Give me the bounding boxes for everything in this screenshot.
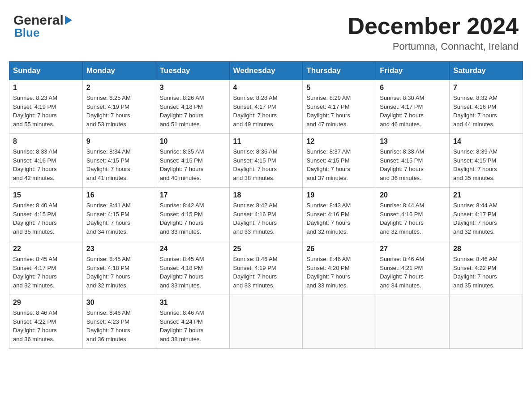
day-number: 22 [13,245,79,253]
calendar-cell: 23Sunrise: 8:45 AMSunset: 4:18 PMDayligh… [82,241,156,295]
weekday-header-sunday: Sunday [9,62,83,80]
day-info: Sunrise: 8:46 AMSunset: 4:22 PMDaylight:… [453,255,519,290]
calendar-cell: 13Sunrise: 8:38 AMSunset: 4:15 PMDayligh… [376,134,450,188]
day-info: Sunrise: 8:46 AMSunset: 4:21 PMDaylight:… [380,255,446,290]
week-row-4: 22Sunrise: 8:45 AMSunset: 4:17 PMDayligh… [9,241,523,295]
calendar-cell: 11Sunrise: 8:36 AMSunset: 4:15 PMDayligh… [229,134,303,188]
day-number: 2 [86,84,152,92]
day-number: 8 [13,137,79,146]
calendar-cell: 19Sunrise: 8:43 AMSunset: 4:16 PMDayligh… [303,188,376,241]
day-number: 13 [380,137,446,146]
weekday-header-row: SundayMondayTuesdayWednesdayThursdayFrid… [9,62,523,80]
calendar-cell: 16Sunrise: 8:41 AMSunset: 4:15 PMDayligh… [82,188,156,241]
day-info: Sunrise: 8:39 AMSunset: 4:15 PMDaylight:… [453,147,519,182]
calendar-cell: 24Sunrise: 8:45 AMSunset: 4:18 PMDayligh… [156,241,229,295]
calendar-table: SundayMondayTuesdayWednesdayThursdayFrid… [9,61,523,349]
calendar-cell: 4Sunrise: 8:28 AMSunset: 4:17 PMDaylight… [229,80,303,134]
day-info: Sunrise: 8:46 AMSunset: 4:23 PMDaylight:… [86,308,152,343]
day-number: 7 [453,84,519,92]
week-row-5: 29Sunrise: 8:46 AMSunset: 4:22 PMDayligh… [9,295,523,349]
calendar-cell: 29Sunrise: 8:46 AMSunset: 4:22 PMDayligh… [9,295,83,349]
day-number: 1 [13,84,79,92]
weekday-header-wednesday: Wednesday [229,62,303,80]
calendar-cell [303,295,376,349]
day-info: Sunrise: 8:42 AMSunset: 4:15 PMDaylight:… [160,201,226,236]
day-number: 6 [380,84,446,92]
day-info: Sunrise: 8:37 AMSunset: 4:15 PMDaylight:… [306,147,372,182]
day-info: Sunrise: 8:29 AMSunset: 4:17 PMDaylight:… [306,94,372,128]
weekday-header-thursday: Thursday [303,62,376,80]
month-title: December 2024 [348,13,519,39]
weekday-header-monday: Monday [82,62,156,80]
day-number: 18 [233,191,299,199]
day-number: 11 [233,137,299,146]
day-info: Sunrise: 8:30 AMSunset: 4:17 PMDaylight:… [380,94,446,128]
calendar-cell: 27Sunrise: 8:46 AMSunset: 4:21 PMDayligh… [376,241,450,295]
calendar-cell: 3Sunrise: 8:26 AMSunset: 4:18 PMDaylight… [156,80,229,134]
week-row-2: 8Sunrise: 8:33 AMSunset: 4:16 PMDaylight… [9,134,523,188]
day-number: 30 [86,299,152,307]
calendar-cell: 7Sunrise: 8:32 AMSunset: 4:16 PMDaylight… [450,80,523,134]
day-number: 19 [306,191,372,199]
calendar-cell: 8Sunrise: 8:33 AMSunset: 4:16 PMDaylight… [9,134,83,188]
calendar-cell [376,295,450,349]
day-number: 3 [160,84,226,92]
calendar-cell: 12Sunrise: 8:37 AMSunset: 4:15 PMDayligh… [303,134,376,188]
day-number: 17 [160,191,226,199]
day-number: 15 [13,191,79,199]
day-number: 16 [86,191,152,199]
day-info: Sunrise: 8:32 AMSunset: 4:16 PMDaylight:… [453,94,519,128]
calendar-cell [450,295,523,349]
day-info: Sunrise: 8:36 AMSunset: 4:15 PMDaylight:… [233,147,299,182]
day-info: Sunrise: 8:43 AMSunset: 4:16 PMDaylight:… [306,201,372,236]
day-number: 5 [306,84,372,92]
logo-general-text: General [13,13,64,27]
calendar-cell [229,295,303,349]
day-info: Sunrise: 8:26 AMSunset: 4:18 PMDaylight:… [160,94,226,128]
day-info: Sunrise: 8:28 AMSunset: 4:17 PMDaylight:… [233,94,299,128]
calendar-cell: 21Sunrise: 8:44 AMSunset: 4:17 PMDayligh… [450,188,523,241]
day-number: 28 [453,245,519,253]
logo-line1: General [13,13,72,27]
logo-arrow-icon [65,16,72,25]
calendar-cell: 1Sunrise: 8:23 AMSunset: 4:19 PMDaylight… [9,80,83,134]
day-info: Sunrise: 8:44 AMSunset: 4:16 PMDaylight:… [380,201,446,236]
calendar-cell: 9Sunrise: 8:34 AMSunset: 4:15 PMDaylight… [82,134,156,188]
day-info: Sunrise: 8:44 AMSunset: 4:17 PMDaylight:… [453,201,519,236]
week-row-1: 1Sunrise: 8:23 AMSunset: 4:19 PMDaylight… [9,80,523,134]
logo-blue-text: Blue [14,26,72,40]
day-info: Sunrise: 8:45 AMSunset: 4:18 PMDaylight:… [86,255,152,290]
day-number: 12 [306,137,372,146]
calendar-cell: 18Sunrise: 8:42 AMSunset: 4:16 PMDayligh… [229,188,303,241]
day-number: 25 [233,245,299,253]
logo: General Blue [13,13,72,40]
calendar-cell: 28Sunrise: 8:46 AMSunset: 4:22 PMDayligh… [450,241,523,295]
title-block: December 2024 Portumna, Connacht, Irelan… [348,13,519,52]
day-info: Sunrise: 8:46 AMSunset: 4:20 PMDaylight:… [306,255,372,290]
day-info: Sunrise: 8:33 AMSunset: 4:16 PMDaylight:… [13,147,79,182]
calendar-cell: 26Sunrise: 8:46 AMSunset: 4:20 PMDayligh… [303,241,376,295]
day-number: 4 [233,84,299,92]
calendar-cell: 15Sunrise: 8:40 AMSunset: 4:15 PMDayligh… [9,188,83,241]
day-number: 14 [453,137,519,146]
calendar-cell: 2Sunrise: 8:25 AMSunset: 4:19 PMDaylight… [82,80,156,134]
day-number: 20 [380,191,446,199]
calendar-cell: 22Sunrise: 8:45 AMSunset: 4:17 PMDayligh… [9,241,83,295]
day-number: 21 [453,191,519,199]
day-number: 26 [306,245,372,253]
day-number: 23 [86,245,152,253]
day-info: Sunrise: 8:41 AMSunset: 4:15 PMDaylight:… [86,201,152,236]
day-number: 29 [13,299,79,307]
calendar-cell: 14Sunrise: 8:39 AMSunset: 4:15 PMDayligh… [450,134,523,188]
day-info: Sunrise: 8:35 AMSunset: 4:15 PMDaylight:… [160,147,226,182]
day-info: Sunrise: 8:25 AMSunset: 4:19 PMDaylight:… [86,94,152,128]
calendar-cell: 30Sunrise: 8:46 AMSunset: 4:23 PMDayligh… [82,295,156,349]
calendar-cell: 31Sunrise: 8:46 AMSunset: 4:24 PMDayligh… [156,295,229,349]
day-info: Sunrise: 8:46 AMSunset: 4:19 PMDaylight:… [233,255,299,290]
day-info: Sunrise: 8:23 AMSunset: 4:19 PMDaylight:… [13,94,79,128]
weekday-header-friday: Friday [376,62,450,80]
calendar-cell: 20Sunrise: 8:44 AMSunset: 4:16 PMDayligh… [376,188,450,241]
calendar-cell: 5Sunrise: 8:29 AMSunset: 4:17 PMDaylight… [303,80,376,134]
day-info: Sunrise: 8:45 AMSunset: 4:18 PMDaylight:… [160,255,226,290]
calendar-cell: 25Sunrise: 8:46 AMSunset: 4:19 PMDayligh… [229,241,303,295]
